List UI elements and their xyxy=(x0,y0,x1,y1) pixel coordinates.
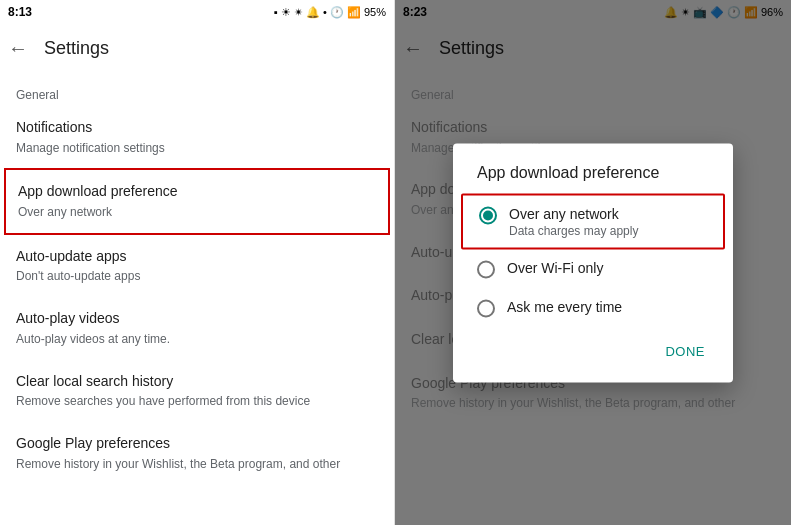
dialog-option-any-network[interactable]: Over any network Data charges may apply xyxy=(461,193,725,249)
dialog-done-button[interactable]: DONE xyxy=(653,335,717,366)
left-autoplay-subtitle: Auto-play videos at any time. xyxy=(16,331,378,348)
left-notifications-title: Notifications xyxy=(16,118,378,138)
left-panel: 8:13 ▪ ☀ ✴ 🔔 • 🕐 📶 95% ← Settings Genera… xyxy=(0,0,395,525)
left-toolbar: ← Settings xyxy=(0,24,394,72)
dialog-option-any-network-label: Over any network xyxy=(509,205,638,221)
left-item-clear-history[interactable]: Clear local search history Remove search… xyxy=(0,360,394,422)
left-play-prefs-subtitle: Remove history in your Wishlist, the Bet… xyxy=(16,456,378,473)
left-autoplay-title: Auto-play videos xyxy=(16,309,378,329)
left-time: 8:13 xyxy=(8,5,32,19)
left-battery: 95% xyxy=(364,6,386,18)
right-panel: 8:23 🔔 ✴ 📺 🔷 🕐 📶 96% ← Settings General … xyxy=(395,0,791,525)
left-autoupdate-subtitle: Don't auto-update apps xyxy=(16,268,378,285)
dialog-option-ask[interactable]: Ask me every time xyxy=(453,288,733,327)
dialog-option-any-network-sublabel: Data charges may apply xyxy=(509,223,638,237)
left-item-autoupdate[interactable]: Auto-update apps Don't auto-update apps xyxy=(0,235,394,297)
radio-inner-any-network xyxy=(483,210,493,220)
left-back-button[interactable]: ← xyxy=(8,37,28,60)
left-autoupdate-title: Auto-update apps xyxy=(16,247,378,267)
radio-wifi xyxy=(477,260,495,278)
left-item-app-download[interactable]: App download preference Over any network xyxy=(4,168,390,234)
left-settings-content: General Notifications Manage notificatio… xyxy=(0,72,394,525)
dialog-option-ask-label: Ask me every time xyxy=(507,298,622,314)
left-status-bar: 8:13 ▪ ☀ ✴ 🔔 • 🕐 📶 95% xyxy=(0,0,394,24)
radio-ask xyxy=(477,299,495,317)
left-signal-icons: 🕐 📶 xyxy=(330,6,361,19)
left-section-general: General xyxy=(0,80,394,106)
left-page-title: Settings xyxy=(44,38,109,59)
left-clear-history-subtitle: Remove searches you have performed from … xyxy=(16,393,378,410)
left-item-notifications[interactable]: Notifications Manage notification settin… xyxy=(0,106,394,168)
left-play-prefs-title: Google Play preferences xyxy=(16,434,378,454)
dialog-title: App download preference xyxy=(453,143,733,193)
dialog-option-ask-text: Ask me every time xyxy=(507,298,622,314)
left-item-autoplay[interactable]: Auto-play videos Auto-play videos at any… xyxy=(0,297,394,359)
left-clear-history-title: Clear local search history xyxy=(16,372,378,392)
left-app-download-subtitle: Over any network xyxy=(18,204,376,221)
radio-any-network xyxy=(479,206,497,224)
left-item-play-prefs[interactable]: Google Play preferences Remove history i… xyxy=(0,422,394,484)
left-app-download-title: App download preference xyxy=(18,182,376,202)
dialog-option-any-network-text: Over any network Data charges may apply xyxy=(509,205,638,237)
left-notification-icons: ▪ ☀ ✴ 🔔 • xyxy=(274,6,327,19)
dialog-option-wifi-text: Over Wi-Fi only xyxy=(507,259,603,275)
dialog-actions: DONE xyxy=(453,327,733,382)
dialog-option-wifi-label: Over Wi-Fi only xyxy=(507,259,603,275)
left-status-icons: ▪ ☀ ✴ 🔔 • 🕐 📶 95% xyxy=(274,6,386,19)
left-notifications-subtitle: Manage notification settings xyxy=(16,140,378,157)
dialog-option-wifi[interactable]: Over Wi-Fi only xyxy=(453,249,733,288)
app-download-dialog: App download preference Over any network… xyxy=(453,143,733,382)
